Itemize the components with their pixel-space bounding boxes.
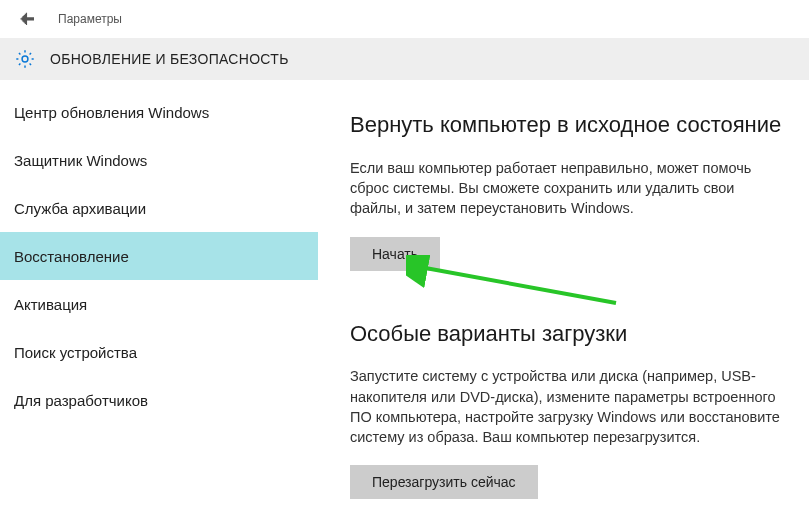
sidebar-item-label: Центр обновления Windows — [14, 104, 209, 121]
sidebar-item-label: Активация — [14, 296, 87, 313]
advanced-section: Особые варианты загрузки Запустите систе… — [350, 319, 795, 500]
advanced-text: Запустите систему с устройства или диска… — [350, 366, 780, 447]
reset-heading: Вернуть компьютер в исходное состояние — [350, 110, 795, 140]
sidebar-item-5[interactable]: Поиск устройства — [0, 328, 318, 376]
main-panel: Вернуть компьютер в исходное состояние Е… — [318, 80, 809, 518]
sidebar-item-label: Для разработчиков — [14, 392, 148, 409]
sidebar-item-label: Поиск устройства — [14, 344, 137, 361]
titlebar: 🠈 Параметры — [0, 0, 809, 38]
svg-line-2 — [420, 267, 616, 303]
sidebar-item-2[interactable]: Служба архивации — [0, 184, 318, 232]
reset-section: Вернуть компьютер в исходное состояние Е… — [350, 110, 795, 271]
sidebar-item-6[interactable]: Для разработчиков — [0, 376, 318, 424]
gear-icon — [14, 48, 36, 70]
svg-point-0 — [22, 56, 28, 62]
sidebar-item-0[interactable]: Центр обновления Windows — [0, 88, 318, 136]
reset-start-button[interactable]: Начать — [350, 237, 440, 271]
sidebar-item-3[interactable]: Восстановление — [0, 232, 318, 280]
sidebar-item-1[interactable]: Защитник Windows — [0, 136, 318, 184]
category-header: ОБНОВЛЕНИЕ И БЕЗОПАСНОСТЬ — [0, 38, 809, 80]
sidebar: Центр обновления WindowsЗащитник Windows… — [0, 80, 318, 518]
reset-text: Если ваш компьютер работает неправильно,… — [350, 158, 780, 219]
sidebar-item-label: Служба архивации — [14, 200, 146, 217]
content-area: Центр обновления WindowsЗащитник Windows… — [0, 80, 809, 518]
sidebar-item-label: Восстановление — [14, 248, 129, 265]
sidebar-item-4[interactable]: Активация — [0, 280, 318, 328]
sidebar-item-label: Защитник Windows — [14, 152, 147, 169]
advanced-restart-button[interactable]: Перезагрузить сейчас — [350, 465, 538, 499]
category-title: ОБНОВЛЕНИЕ И БЕЗОПАСНОСТЬ — [50, 51, 289, 67]
advanced-heading: Особые варианты загрузки — [350, 319, 795, 349]
back-icon[interactable]: 🠈 — [18, 10, 36, 28]
window-title: Параметры — [58, 12, 122, 26]
